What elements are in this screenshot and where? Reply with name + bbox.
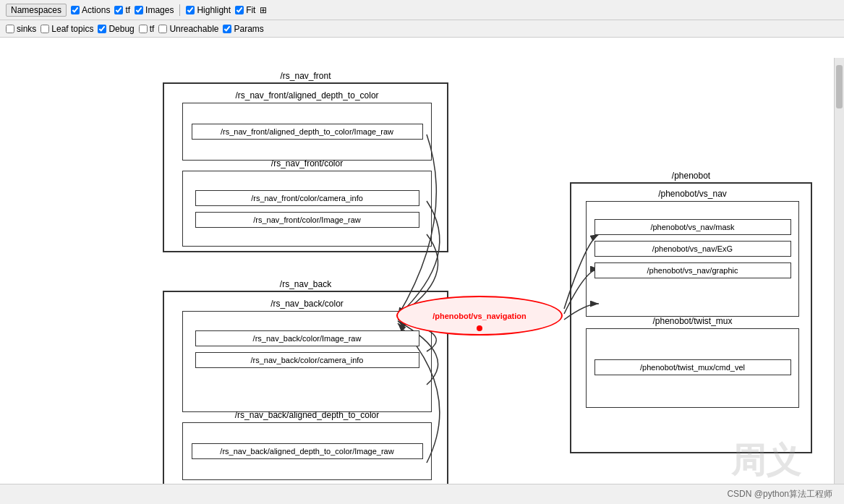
vs-nav-group-label: /phenobot/vs_nav bbox=[587, 189, 798, 199]
vs-nav-graphic-node[interactable]: /phenobot/vs_nav/graphic bbox=[594, 262, 791, 278]
params-label: Params bbox=[234, 24, 263, 34]
twist-mux-group: /phenobot/twist_mux /phenobot/twist_mux/… bbox=[586, 328, 799, 408]
highlight-checkbox[interactable] bbox=[186, 6, 195, 14]
toolbar-row1: Namespaces Actions tf Images Highlight F… bbox=[0, 0, 844, 20]
scrollbar-thumb[interactable] bbox=[836, 65, 843, 108]
scrollbar[interactable] bbox=[834, 58, 844, 504]
tf2-item: tf bbox=[139, 24, 155, 34]
actions-label: Actions bbox=[82, 5, 110, 15]
back-camera-info-node[interactable]: /rs_nav_back/color/camera_info bbox=[195, 352, 419, 368]
vs-nav-group: /phenobot/vs_nav /phenobot/vs_nav/mask /… bbox=[586, 201, 799, 317]
tf2-checkbox[interactable] bbox=[139, 25, 148, 33]
rs-nav-front-group: /rs_nav_front /rs_nav_front/aligned_dept… bbox=[163, 82, 448, 252]
params-item: Params bbox=[223, 24, 263, 34]
fit-icon: ⊞ bbox=[260, 5, 267, 15]
debug-label: Debug bbox=[108, 24, 134, 34]
front-color-group: /rs_nav_front/color /rs_nav_front/color/… bbox=[182, 171, 432, 247]
leaf-topics-checkbox[interactable] bbox=[41, 25, 49, 33]
actions-checkbox[interactable] bbox=[71, 6, 80, 14]
back-aligned-group-label: /rs_nav_back/aligned_depth_to_color bbox=[183, 410, 431, 420]
rs-nav-front-group-label: /rs_nav_front bbox=[164, 71, 447, 81]
debug-item: Debug bbox=[98, 24, 134, 34]
unreachable-item: Unreachable bbox=[158, 24, 218, 34]
back-aligned-group: /rs_nav_back/aligned_depth_to_color /rs_… bbox=[182, 422, 432, 480]
sinks-label: sinks bbox=[17, 24, 36, 34]
separator1 bbox=[179, 4, 180, 16]
rs-nav-back-group-label: /rs_nav_back bbox=[164, 279, 447, 289]
twist-mux-cmd-node[interactable]: /phenobot/twist_mux/cmd_vel bbox=[594, 359, 791, 375]
aligned-depth-image-raw-node[interactable]: /rs_nav_front/aligned_depth_to_color/Ima… bbox=[192, 124, 423, 140]
phenobot-group-label: /phenobot bbox=[571, 171, 811, 181]
images-checkbox-item: Images bbox=[135, 5, 174, 15]
vs-navigation-node[interactable]: /phenobot/vs_navigation bbox=[396, 296, 563, 336]
front-color-group-label: /rs_nav_front/color bbox=[183, 158, 431, 168]
tf-checkbox[interactable] bbox=[114, 6, 123, 14]
aligned-depth-group-label: /rs_nav_front/aligned_depth_to_color bbox=[183, 90, 431, 101]
fit-label: Fit bbox=[246, 5, 255, 15]
leaf-topics-item: Leaf topics bbox=[41, 24, 93, 34]
twist-mux-group-label: /phenobot/twist_mux bbox=[587, 316, 798, 326]
back-color-group-label: /rs_nav_back/color bbox=[183, 299, 431, 309]
tf-label: tf bbox=[125, 5, 130, 15]
front-image-raw-node[interactable]: /rs_nav_front/color/Image_raw bbox=[195, 212, 419, 228]
fit-icon-item: ⊞ bbox=[260, 5, 267, 15]
csdn-bar: CSDN @python算法工程师 bbox=[0, 484, 844, 504]
tf2-label: tf bbox=[150, 24, 155, 34]
unreachable-label: Unreachable bbox=[169, 24, 218, 34]
params-checkbox[interactable] bbox=[223, 25, 231, 33]
highlight-checkbox-item: Highlight bbox=[186, 5, 231, 15]
aligned-depth-group: /rs_nav_front/aligned_depth_to_color /rs… bbox=[182, 103, 432, 161]
unreachable-checkbox[interactable] bbox=[158, 25, 167, 33]
highlight-label: Highlight bbox=[197, 5, 231, 15]
sinks-item: sinks bbox=[6, 24, 36, 34]
red-dot bbox=[477, 325, 482, 331]
leaf-topics-label: Leaf topics bbox=[51, 24, 93, 34]
back-image-raw-node[interactable]: /rs_nav_back/color/Image_raw bbox=[195, 330, 419, 346]
back-color-group: /rs_nav_back/color /rs_nav_back/color/Im… bbox=[182, 311, 432, 412]
vs-nav-exg-node[interactable]: /phenobot/vs_nav/ExG bbox=[594, 241, 791, 257]
csdn-label: CSDN @python算法工程师 bbox=[727, 488, 832, 500]
images-label: Images bbox=[145, 5, 174, 15]
namespaces-button[interactable]: Namespaces bbox=[6, 4, 67, 17]
phenobot-group: /phenobot /phenobot/vs_nav /phenobot/vs_… bbox=[570, 182, 812, 453]
images-checkbox[interactable] bbox=[135, 6, 143, 14]
sinks-checkbox[interactable] bbox=[6, 25, 14, 33]
front-camera-info-node[interactable]: /rs_nav_front/color/camera_info bbox=[195, 190, 419, 206]
toolbar-row2: sinks Leaf topics Debug tf Unreachable P… bbox=[0, 20, 844, 38]
tf-checkbox-item: tf bbox=[114, 5, 130, 15]
vs-nav-mask-node[interactable]: /phenobot/vs_nav/mask bbox=[594, 219, 791, 235]
fit-checkbox-item: Fit bbox=[235, 5, 255, 15]
actions-checkbox-item: Actions bbox=[71, 5, 110, 15]
debug-checkbox[interactable] bbox=[98, 25, 106, 33]
back-aligned-image-raw-node[interactable]: /rs_nav_back/aligned_depth_to_color/Imag… bbox=[192, 443, 423, 459]
fit-checkbox[interactable] bbox=[235, 6, 244, 14]
graph-canvas[interactable]: /rs_nav_front /rs_nav_front/aligned_dept… bbox=[0, 38, 844, 504]
